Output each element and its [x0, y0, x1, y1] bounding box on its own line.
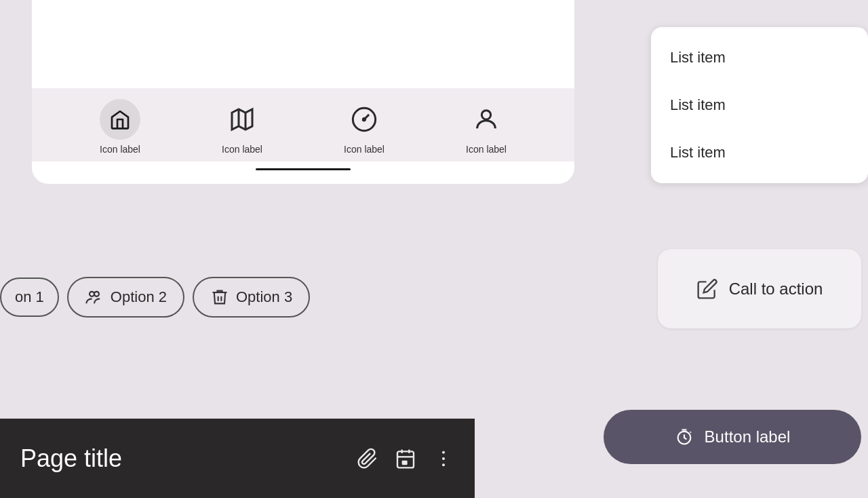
- timer-icon: [675, 427, 694, 446]
- option-3-chip[interactable]: Option 3: [193, 277, 310, 318]
- cta-button[interactable]: Call to action: [658, 249, 861, 328]
- nav-item-person[interactable]: Icon label: [466, 99, 507, 155]
- person-icon-container: [466, 99, 507, 140]
- compass-icon-label: Icon label: [344, 144, 384, 155]
- paperclip-icon[interactable]: [357, 448, 378, 470]
- cta-button-label: Call to action: [729, 280, 823, 299]
- nav-item-compass[interactable]: Icon label: [344, 99, 384, 155]
- option-1-chip[interactable]: on 1: [0, 277, 59, 317]
- map-icon: [229, 106, 256, 133]
- nav-card: Icon label Icon label Icon label: [32, 0, 574, 184]
- svg-point-2: [481, 111, 490, 119]
- list-item-2[interactable]: List item: [651, 81, 868, 129]
- nav-icons-row: Icon label Icon label Icon label: [32, 88, 574, 161]
- svg-point-4: [94, 292, 99, 296]
- bottom-button[interactable]: Button label: [604, 410, 861, 464]
- option-2-label: Option 2: [111, 288, 167, 306]
- more-dots-icon[interactable]: [433, 448, 454, 470]
- svg-rect-9: [402, 460, 408, 465]
- svg-rect-5: [397, 451, 414, 467]
- person-icon-label: Icon label: [466, 144, 507, 155]
- trash-icon: [210, 288, 229, 307]
- nav-card-top: [32, 0, 574, 88]
- list-menu: List item List item List item: [651, 27, 868, 183]
- nav-item-home[interactable]: Icon label: [100, 99, 140, 155]
- svg-point-10: [442, 451, 445, 453]
- options-row: on 1 Option 2 Option 3: [0, 277, 310, 318]
- option-2-chip[interactable]: Option 2: [67, 277, 184, 318]
- option-3-label: Option 3: [236, 288, 292, 306]
- bottom-button-label: Button label: [705, 427, 791, 446]
- people-icon: [85, 288, 104, 307]
- nav-item-map[interactable]: Icon label: [222, 99, 262, 155]
- pencil-icon: [696, 278, 718, 300]
- svg-point-11: [442, 457, 445, 460]
- map-icon-label: Icon label: [222, 144, 262, 155]
- home-icon-label: Icon label: [100, 144, 140, 155]
- list-item-3[interactable]: List item: [651, 129, 868, 176]
- map-icon-container: [222, 99, 262, 140]
- list-item-1[interactable]: List item: [651, 34, 868, 81]
- svg-point-3: [90, 292, 94, 296]
- calendar-icon[interactable]: [395, 448, 416, 470]
- home-icon-bg: [100, 99, 140, 140]
- person-icon: [473, 106, 500, 133]
- compass-icon: [351, 106, 378, 133]
- home-icon: [109, 109, 131, 130]
- bottom-bar-icons: [357, 448, 454, 470]
- svg-point-12: [442, 463, 445, 466]
- compass-icon-container: [344, 99, 384, 140]
- option-1-label: on 1: [15, 288, 44, 306]
- nav-indicator: [256, 168, 351, 170]
- bottom-bar: Page title: [0, 419, 475, 498]
- page-title: Page title: [20, 444, 336, 473]
